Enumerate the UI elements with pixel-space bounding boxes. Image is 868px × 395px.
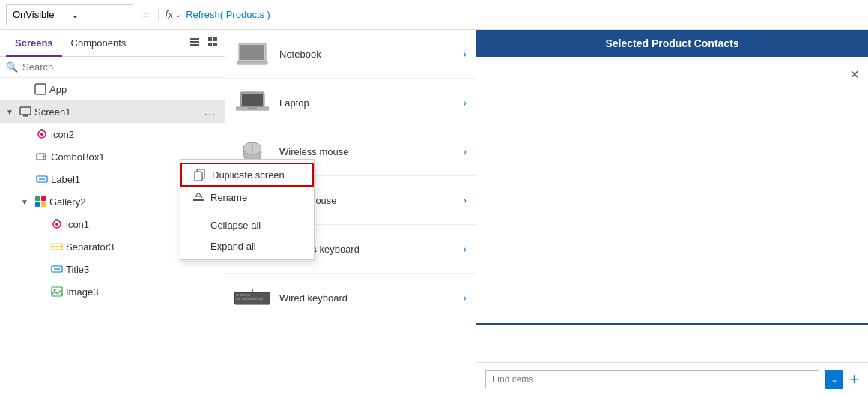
tree-item-icon2[interactable]: icon2 <box>0 123 225 145</box>
icon2-icon <box>36 128 48 140</box>
gallery2-icon <box>34 196 46 208</box>
svg-rect-17 <box>35 196 40 201</box>
svg-rect-1 <box>190 41 199 43</box>
fx-button[interactable]: fx ⌄ <box>165 9 181 21</box>
svg-rect-20 <box>41 202 46 207</box>
tree-item-title3[interactable]: Title3 <box>0 258 225 280</box>
product-item-laptop[interactable]: Laptop › <box>225 79 476 127</box>
search-bar: 🔍 <box>0 57 225 78</box>
tree-item-image3[interactable]: Image3 <box>0 280 225 303</box>
list-view-icon[interactable] <box>189 36 201 50</box>
tree-item-app[interactable]: App <box>0 78 225 100</box>
label-icon <box>36 173 48 185</box>
find-dropdown-button[interactable]: ⌄ <box>825 370 843 389</box>
combobox-icon <box>36 151 48 163</box>
onvisible-dropdown[interactable]: OnVisible ⌄ <box>6 4 133 25</box>
svg-rect-18 <box>41 196 46 201</box>
context-menu: Duplicate screen Rename Collapse all Exp… <box>180 159 315 260</box>
tab-components[interactable]: Components <box>62 30 136 57</box>
screen-icon <box>19 106 31 118</box>
svg-rect-32 <box>193 199 204 201</box>
svg-rect-40 <box>248 107 257 109</box>
svg-rect-36 <box>237 61 267 64</box>
title3-label: Title3 <box>66 264 219 275</box>
add-contact-button[interactable]: + <box>849 370 859 389</box>
title3-icon <box>51 263 63 275</box>
search-input[interactable] <box>22 61 219 73</box>
expand-icon <box>192 240 204 252</box>
svg-rect-58 <box>240 294 243 296</box>
svg-rect-31 <box>195 172 202 181</box>
wireless-keyboard-chevron: › <box>463 243 467 255</box>
svg-rect-3 <box>208 37 212 41</box>
wired-keyboard-name: Wired keyboard <box>279 292 454 304</box>
svg-rect-59 <box>243 294 246 296</box>
icon2-label: icon2 <box>51 129 219 140</box>
dropdown-label: OnVisible <box>13 9 68 20</box>
collapse-all-label: Collapse all <box>210 220 261 231</box>
laptop-chevron: › <box>463 97 467 109</box>
icon1-icon <box>51 218 63 230</box>
contacts-body: × <box>476 57 868 362</box>
rename-icon <box>192 191 204 203</box>
svg-point-11 <box>40 133 43 136</box>
tree-item-screen1[interactable]: ▼ Screen1 … <box>0 100 225 123</box>
duplicate-label: Duplicate screen <box>212 169 285 181</box>
svg-rect-19 <box>35 202 40 207</box>
ctx-separator <box>180 211 314 211</box>
laptop-name: Laptop <box>279 97 454 109</box>
fx-label: fx <box>165 9 173 21</box>
svg-point-22 <box>55 223 58 226</box>
contacts-divider <box>476 323 868 325</box>
contacts-title: Selected Product Contacts <box>605 37 738 49</box>
svg-rect-2 <box>190 44 199 46</box>
laptop-image <box>234 89 270 116</box>
svg-rect-23 <box>55 219 58 221</box>
rename-label: Rename <box>210 192 247 203</box>
svg-rect-5 <box>208 43 212 46</box>
notebook-image <box>234 40 270 67</box>
formula-bar: fx ⌄ Refresh( Products ) <box>158 9 862 21</box>
wired-keyboard-image <box>234 284 270 311</box>
tabs-row: Screens Components <box>0 30 225 57</box>
contacts-panel: Selected Product Contacts × ⌄ + <box>476 30 868 395</box>
svg-rect-61 <box>236 298 240 300</box>
product-item-wired-keyboard[interactable]: Wired keyboard › <box>225 274 476 322</box>
contacts-footer: ⌄ + <box>476 362 868 395</box>
top-bar: OnVisible ⌄ = fx ⌄ Refresh( Products ) <box>0 0 868 30</box>
chevron-down-icon: ⌄ <box>831 374 838 385</box>
app-label: App <box>49 84 219 95</box>
ctx-duplicate-screen[interactable]: Duplicate screen <box>180 163 314 187</box>
main-layout: Screens Components <box>0 30 868 395</box>
svg-point-29 <box>54 289 56 292</box>
ctx-collapse-all[interactable]: Collapse all <box>180 214 314 235</box>
wired-keyboard-chevron: › <box>463 292 467 304</box>
contacts-header: Selected Product Contacts <box>476 30 868 57</box>
svg-rect-4 <box>213 37 217 41</box>
search-icon: 🔍 <box>6 61 18 73</box>
expand-all-label: Expand all <box>210 241 256 252</box>
ctx-rename[interactable]: Rename <box>180 187 314 208</box>
screen1-more-button[interactable]: … <box>201 105 219 118</box>
chevron-down-icon: ⌄ <box>71 9 127 20</box>
wireless-mouse-name: Wireless mouse <box>279 146 454 157</box>
svg-rect-57 <box>236 294 239 296</box>
tab-screens[interactable]: Screens <box>6 30 62 57</box>
grid-view-icon[interactable] <box>207 36 219 50</box>
image3-icon <box>51 286 63 298</box>
notebook-name: Notebook <box>279 49 454 60</box>
svg-rect-7 <box>35 84 46 94</box>
contacts-close-button[interactable]: × <box>850 66 859 83</box>
svg-rect-0 <box>190 38 199 40</box>
svg-rect-8 <box>20 107 31 115</box>
ctx-expand-all[interactable]: Expand all <box>180 235 314 256</box>
svg-rect-6 <box>213 43 217 46</box>
svg-rect-35 <box>240 45 264 60</box>
image3-label: Image3 <box>66 286 219 298</box>
separator-icon <box>51 241 63 253</box>
product-item-notebook[interactable]: Notebook › <box>225 30 476 79</box>
chevron-down-icon: ⌄ <box>174 10 181 19</box>
svg-rect-9 <box>23 115 28 117</box>
find-items-input[interactable] <box>485 370 819 388</box>
svg-rect-12 <box>40 129 43 131</box>
